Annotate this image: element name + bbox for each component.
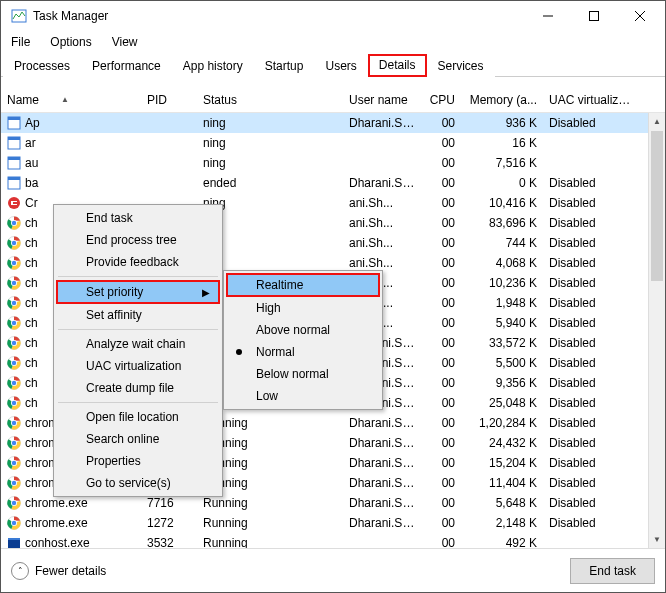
col-status[interactable]: Status (197, 93, 343, 107)
process-memory: 492 K (461, 536, 543, 548)
priority-high[interactable]: High (226, 297, 380, 319)
tab-processes[interactable]: Processes (3, 55, 81, 77)
process-uac: Disabled (543, 236, 639, 250)
process-memory: 9,356 K (461, 376, 543, 390)
process-icon (7, 316, 21, 330)
table-row[interactable]: arning0016 K (1, 133, 665, 153)
col-user[interactable]: User name (343, 93, 423, 107)
svg-point-13 (8, 197, 20, 209)
tab-services[interactable]: Services (427, 55, 495, 77)
svg-point-49 (12, 441, 16, 445)
process-cpu: 00 (423, 276, 461, 290)
process-memory: 5,648 K (461, 496, 543, 510)
process-icon (7, 276, 21, 290)
process-uac: Disabled (543, 456, 639, 470)
process-status: ning (197, 136, 343, 150)
priority-above-normal[interactable]: Above normal (226, 319, 380, 341)
vertical-scrollbar[interactable]: ▲ ▼ (648, 113, 665, 548)
end-task-button[interactable]: End task (570, 558, 655, 584)
process-uac: Disabled (543, 196, 639, 210)
process-memory: 744 K (461, 236, 543, 250)
column-headers: Name▲ PID Status User name CPU Memory (a… (1, 87, 665, 113)
process-name: Ap (25, 116, 40, 130)
process-name: ch (25, 336, 38, 350)
menu-item-provide-feedback[interactable]: Provide feedback (56, 251, 220, 273)
process-cpu: 00 (423, 176, 461, 190)
svg-point-58 (12, 501, 16, 505)
scroll-up-icon[interactable]: ▲ (649, 113, 665, 130)
menu-item-create-dump-file[interactable]: Create dump file (56, 377, 220, 399)
process-icon (7, 536, 21, 548)
menu-item-open-file-location[interactable]: Open file location (56, 406, 220, 428)
menu-item-end-task[interactable]: End task (56, 207, 220, 229)
priority-low[interactable]: Low (226, 385, 380, 407)
process-cpu: 00 (423, 536, 461, 548)
svg-point-46 (12, 421, 16, 425)
col-pid[interactable]: PID (141, 93, 197, 107)
scrollbar-thumb[interactable] (651, 131, 663, 281)
process-status: ning (197, 156, 343, 170)
priority-realtime[interactable]: Realtime (226, 273, 380, 297)
table-row[interactable]: ApningDharani.Sh...00936 KDisabled (1, 113, 665, 133)
menu-item-properties[interactable]: Properties (56, 450, 220, 472)
process-icon (7, 116, 21, 130)
process-memory: 5,940 K (461, 316, 543, 330)
process-user: ani.Sh... (343, 236, 423, 250)
table-row[interactable]: auning007,516 K (1, 153, 665, 173)
process-icon (7, 136, 21, 150)
process-memory: 83,696 K (461, 216, 543, 230)
process-memory: 25,048 K (461, 396, 543, 410)
process-cpu: 00 (423, 296, 461, 310)
tab-performance[interactable]: Performance (81, 55, 172, 77)
process-uac: Disabled (543, 316, 639, 330)
process-user: Dharani.Sh... (343, 516, 423, 530)
col-mem[interactable]: Memory (a... (461, 93, 543, 107)
process-memory: 2,148 K (461, 516, 543, 530)
titlebar[interactable]: Task Manager (1, 1, 665, 31)
process-name: ch (25, 216, 38, 230)
col-name[interactable]: Name▲ (1, 93, 141, 107)
menu-item-search-online[interactable]: Search online (56, 428, 220, 450)
tab-app-history[interactable]: App history (172, 55, 254, 77)
minimize-button[interactable] (525, 1, 571, 31)
close-button[interactable] (617, 1, 663, 31)
submenu-arrow-icon: ▶ (202, 287, 210, 298)
process-name: ch (25, 276, 38, 290)
process-uac: Disabled (543, 216, 639, 230)
menu-item-set-priority[interactable]: Set priority▶ (56, 280, 220, 304)
maximize-button[interactable] (571, 1, 617, 31)
priority-below-normal[interactable]: Below normal (226, 363, 380, 385)
app-icon (11, 8, 27, 24)
menu-item-uac-virtualization[interactable]: UAC virtualization (56, 355, 220, 377)
process-name: ch (25, 296, 38, 310)
process-icon (7, 256, 21, 270)
menu-view[interactable]: View (112, 35, 138, 49)
scroll-down-icon[interactable]: ▼ (649, 531, 665, 548)
task-manager-window: Task Manager File Options View Processes… (0, 0, 666, 593)
process-icon (7, 236, 21, 250)
priority-normal[interactable]: Normal (226, 341, 380, 363)
process-name: chrome.exe (25, 496, 88, 510)
process-memory: 33,572 K (461, 336, 543, 350)
col-uac[interactable]: UAC virtualizat... (543, 93, 639, 107)
table-row[interactable]: conhost.exe3532Running00492 K (1, 533, 665, 548)
menu-item-go-to-service-s-[interactable]: Go to service(s) (56, 472, 220, 494)
tab-startup[interactable]: Startup (254, 55, 315, 77)
menu-item-analyze-wait-chain[interactable]: Analyze wait chain (56, 333, 220, 355)
menu-item-set-affinity[interactable]: Set affinity (56, 304, 220, 326)
table-row[interactable]: baendedDharani.Sh...000 KDisabled (1, 173, 665, 193)
tab-users[interactable]: Users (314, 55, 367, 77)
process-user: ani.Sh... (343, 196, 423, 210)
process-cpu: 00 (423, 516, 461, 530)
table-row[interactable]: chrome.exe1272RunningDharani.Sh...002,14… (1, 513, 665, 533)
process-uac: Disabled (543, 256, 639, 270)
menu-file[interactable]: File (11, 35, 30, 49)
menu-separator (58, 276, 218, 277)
menu-options[interactable]: Options (50, 35, 91, 49)
menu-item-end-process-tree[interactable]: End process tree (56, 229, 220, 251)
tab-details[interactable]: Details (368, 54, 427, 77)
col-cpu[interactable]: CPU (423, 93, 461, 107)
process-memory: 7,516 K (461, 156, 543, 170)
fewer-details-label: Fewer details (35, 564, 106, 578)
fewer-details-toggle[interactable]: ˄ Fewer details (11, 562, 106, 580)
